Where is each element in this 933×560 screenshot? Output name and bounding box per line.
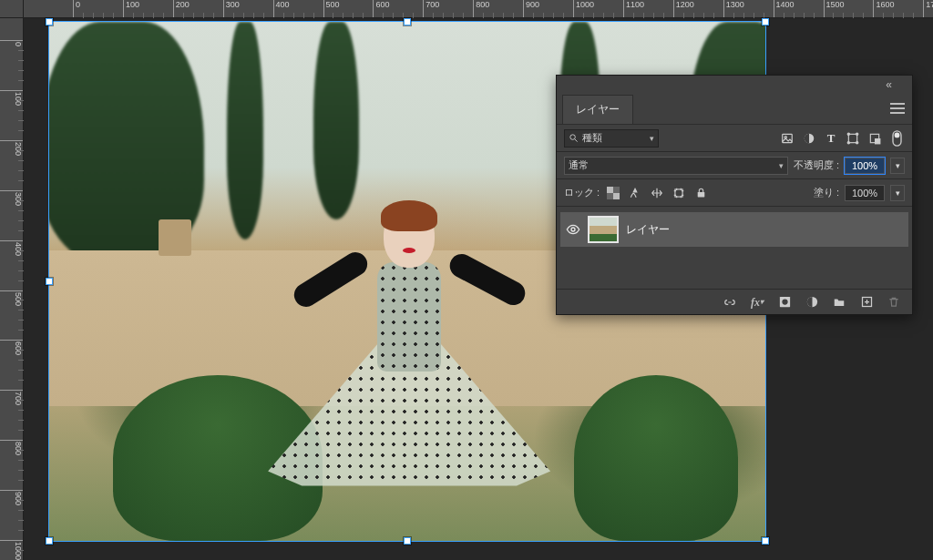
ruler-tick: 0	[0, 40, 23, 46]
fill-dropdown-button[interactable]: ▾	[890, 185, 905, 201]
panel-footer: fx▾	[557, 289, 912, 314]
ruler-tick: 400	[0, 240, 23, 256]
svg-line-1	[575, 139, 578, 142]
panel-menu-icon[interactable]	[890, 103, 905, 114]
ruler-tick: 800	[0, 440, 23, 455]
lock-transparent-icon[interactable]	[605, 185, 621, 201]
mask-icon[interactable]	[777, 295, 792, 310]
transform-handle-b[interactable]	[404, 537, 411, 545]
svg-point-7	[856, 133, 858, 135]
layers-panel[interactable]: « レイヤー 種類 ▾ T 通常 ▾ 不透明度 : 100% ▾ ロック :	[556, 75, 913, 315]
svg-rect-16	[613, 193, 620, 199]
svg-rect-14	[607, 187, 620, 199]
ruler-corner	[0, 0, 24, 18]
layer-row[interactable]: レイヤー	[560, 212, 908, 247]
svg-point-9	[856, 141, 858, 143]
search-icon	[569, 133, 579, 143]
ruler-tick: 900	[0, 490, 23, 505]
ruler-tick: 300	[223, 0, 240, 17]
svg-rect-11	[876, 138, 880, 143]
transform-handle-tl[interactable]	[46, 18, 53, 25]
layer-filter-row: 種類 ▾ T	[557, 125, 912, 152]
svg-point-6	[847, 133, 849, 135]
type-icon[interactable]: T	[823, 130, 839, 147]
lock-position-icon[interactable]	[649, 185, 665, 201]
filter-kind-dropdown[interactable]: 種類 ▾	[564, 129, 659, 148]
svg-point-19	[571, 228, 575, 231]
trash-icon[interactable]	[887, 295, 901, 310]
opacity-input[interactable]: 100%	[845, 158, 885, 174]
svg-point-4	[805, 133, 815, 143]
blend-mode-value: 通常	[569, 158, 589, 172]
chevron-down-icon: ▾	[779, 161, 784, 170]
ruler-tick: 100	[0, 90, 23, 106]
ruler-tick: 600	[373, 0, 389, 17]
ruler-tick: 100	[123, 0, 139, 17]
link-icon[interactable]	[723, 295, 737, 310]
svg-point-8	[847, 141, 849, 143]
panel-titlebar[interactable]: «	[557, 76, 912, 96]
svg-rect-2	[783, 134, 793, 142]
ruler-tick: 900	[523, 0, 539, 17]
layer-list: レイヤー	[557, 207, 912, 289]
svg-point-13	[894, 132, 899, 137]
transform-handle-t[interactable]	[404, 18, 411, 25]
adjustment-layer-icon[interactable]	[805, 295, 819, 310]
svg-rect-18	[697, 192, 704, 197]
fx-icon[interactable]: fx▾	[750, 295, 764, 310]
ruler-tick: 800	[473, 0, 489, 17]
svg-point-3	[784, 136, 786, 137]
ruler-tick: 1700	[923, 0, 933, 17]
group-icon[interactable]	[832, 295, 846, 310]
tab-layers[interactable]: レイヤー	[562, 95, 633, 124]
opacity-dropdown-button[interactable]: ▾	[890, 158, 905, 174]
transform-handle-l[interactable]	[46, 278, 53, 285]
blend-opacity-row: 通常 ▾ 不透明度 : 100% ▾	[557, 152, 912, 179]
ruler-tick: 300	[0, 190, 23, 206]
transform-handle-br[interactable]	[762, 537, 769, 545]
blend-mode-dropdown[interactable]: 通常 ▾	[564, 157, 788, 175]
tab-label: レイヤー	[576, 103, 620, 116]
lock-label: ロック :	[564, 186, 600, 199]
ruler-tick: 500	[323, 0, 340, 17]
image-icon[interactable]	[779, 130, 795, 147]
shape-icon[interactable]	[845, 130, 861, 147]
ruler-tick: 200	[0, 140, 23, 156]
svg-rect-15	[607, 187, 613, 193]
new-layer-icon[interactable]	[859, 295, 874, 310]
lock-artboard-icon[interactable]	[671, 185, 687, 201]
filter-kind-label: 種類	[582, 131, 646, 145]
visibility-toggle[interactable]	[566, 222, 580, 237]
svg-rect-17	[675, 188, 682, 196]
ruler-tick: 0	[73, 0, 80, 17]
lock-fill-row: ロック : 塗り : 100% ▾	[557, 179, 912, 207]
opacity-label: 不透明度 :	[794, 158, 839, 172]
ruler-tick: 200	[173, 0, 190, 17]
svg-rect-20	[779, 297, 789, 307]
ruler-vertical[interactable]: 01002003004005006007008009001000	[0, 18, 24, 560]
ruler-tick: 700	[0, 390, 23, 405]
ruler-tick: 600	[0, 340, 23, 355]
svg-point-22	[806, 297, 816, 307]
panel-collapse-icon[interactable]: «	[886, 78, 892, 91]
transform-handle-tr[interactable]	[762, 18, 769, 25]
fill-input[interactable]: 100%	[845, 185, 885, 201]
opacity-value: 100%	[852, 160, 877, 171]
panel-tabstrip: レイヤー	[557, 96, 912, 125]
svg-rect-5	[848, 134, 856, 142]
layer-thumbnail[interactable]	[588, 216, 619, 243]
artboard-toggle-icon[interactable]	[888, 130, 905, 147]
transform-handle-bl[interactable]	[46, 537, 53, 545]
svg-rect-10	[870, 134, 878, 142]
fill-label: 塗り :	[814, 186, 839, 199]
ruler-tick: 700	[423, 0, 439, 17]
svg-point-21	[782, 299, 787, 304]
lock-image-icon[interactable]	[627, 185, 643, 201]
svg-rect-12	[893, 130, 901, 145]
adjustment-icon[interactable]	[801, 130, 817, 147]
lock-all-icon[interactable]	[692, 185, 709, 201]
ruler-horizontal[interactable]: 0100200300400500600700800900100011001200…	[24, 0, 933, 18]
smartobject-icon[interactable]	[866, 130, 883, 147]
layer-name[interactable]: レイヤー	[626, 222, 670, 238]
fill-value: 100%	[852, 188, 877, 199]
